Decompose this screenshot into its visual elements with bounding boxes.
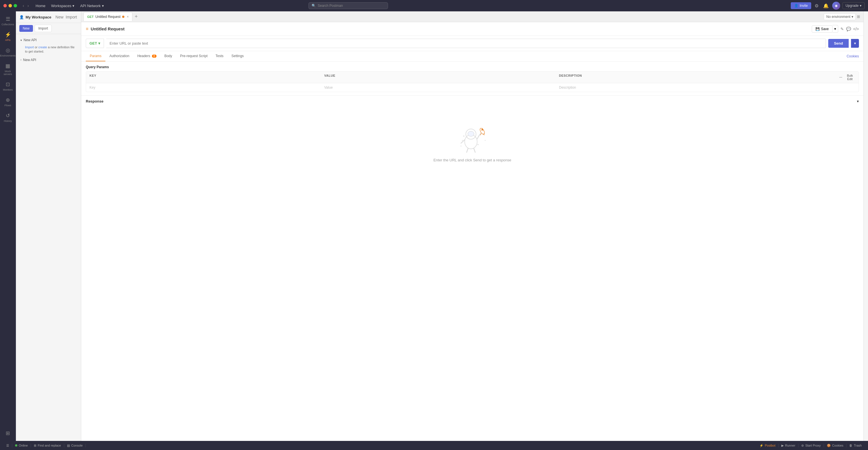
search-bar[interactable]: 🔍 Search Postman [308,2,388,9]
method-label: GET [90,41,97,46]
code-button[interactable]: </> [853,27,859,31]
svg-line-5 [474,148,475,152]
status-item-runner[interactable]: ▶ Runner [778,444,798,447]
tab-headers[interactable]: Headers 8 [133,51,160,61]
tab-pre-request-label: Pre-request Script [180,54,208,58]
notifications-button[interactable]: 🔔 [822,2,830,10]
request-tabs: Params Authorization Headers 8 Body Pre-… [81,51,864,62]
sidebar-header-actions: New Import [55,14,78,20]
status-bar: ☰ Online ⊞ Find and replace ▤ Console ⚡ … [0,441,868,450]
tab-tests[interactable]: Tests [212,51,227,61]
status-item-find-replace[interactable]: ⊞ Find and replace [31,444,64,447]
sidebar-item-monitors[interactable]: ⊡ Monitors [1,79,15,93]
params-key-cell[interactable]: Key [86,83,321,92]
comment-button[interactable]: 💬 [846,27,851,31]
response-content: Enter the URL and click Send to get a re… [86,103,859,179]
params-desc-cell[interactable]: Description [556,83,836,92]
tab-pre-request-script[interactable]: Pre-request Script [176,51,212,61]
traffic-light-yellow[interactable] [8,4,12,7]
status-item-online[interactable]: Online [12,444,31,447]
svg-point-10 [463,136,464,137]
nav-back-button[interactable]: ‹ [22,3,25,8]
sidebar-item-history[interactable]: ↺ History [1,110,15,125]
import-button[interactable]: Import [65,14,78,20]
request-name: Untitled Request [91,26,124,31]
tab-settings[interactable]: Settings [227,51,248,61]
status-item-layout[interactable]: ☰ [3,444,12,447]
send-dropdown-button[interactable]: ▾ [851,39,859,48]
sidebar-item-add-widget[interactable]: ⊞ [1,428,15,439]
settings-button[interactable]: ⚙ [813,2,820,10]
tab-unsaved-dot [122,16,124,18]
sidebar-item-apis[interactable]: ⚡ APIs [1,29,15,44]
send-button[interactable]: Send [828,39,849,48]
tab-settings-label: Settings [231,54,244,58]
status-item-postbot[interactable]: ⚡ Postbot [757,444,778,447]
status-item-start-proxy[interactable]: ⊚ Start Proxy [798,444,824,447]
tree-item-new-api[interactable]: ▾ New API [17,37,80,43]
svg-point-11 [462,140,463,141]
api-network-link[interactable]: API Network ▾ [78,3,106,9]
runner-icon: ▶ [781,444,784,447]
create-link[interactable]: create [38,46,47,49]
status-item-console[interactable]: ▤ Console [64,444,86,447]
traffic-light-green[interactable] [13,4,17,7]
traffic-light-red[interactable] [3,4,7,7]
bulk-edit-button[interactable]: Bulk Edit [845,74,855,81]
workspaces-link[interactable]: Workspaces ▾ [49,3,77,9]
monitors-label: Monitors [3,88,13,91]
avatar-icon: ◉ [835,4,838,8]
tab-body-label: Body [164,54,172,58]
svg-point-14 [485,140,486,141]
upgrade-button[interactable]: Upgrade ▾ [842,2,865,9]
sidebar-item-mock-servers[interactable]: ▦ Mock servers [1,61,15,78]
params-section: Query Params Key Value Description [81,62,864,95]
avatar[interactable]: ◉ [832,2,840,10]
status-item-cookies[interactable]: 🍪 Cookies [824,444,847,447]
new-api-button[interactable]: New [19,25,33,32]
mock-servers-icon: ▦ [5,63,10,69]
tab-params[interactable]: Params [86,51,105,61]
home-link[interactable]: Home [33,3,48,9]
save-label: Save [821,27,829,31]
home-label: Home [35,4,45,8]
tree-item-new-api-child[interactable]: › New API [17,57,80,63]
import-api-button[interactable]: Import [35,25,52,32]
save-button[interactable]: 💾 Save [812,25,832,33]
tab-close-button[interactable]: × [127,15,129,19]
flows-label: Flows [4,104,11,107]
content-area: GET Untitled Request × + No environment … [81,11,864,441]
nav-forward-button[interactable]: › [26,3,30,8]
layout-button[interactable]: ⊞ [856,13,861,20]
astronaut-svg [455,120,489,154]
apis-label: APIs [5,39,10,41]
active-tab[interactable]: GET Untitled Request × [84,12,132,21]
invite-icon: 👤 [794,4,798,8]
cookies-link[interactable]: Cookies [847,54,859,58]
edit-button[interactable]: ✎ [840,27,844,31]
start-proxy-label: Start Proxy [805,444,820,447]
save-icon: 💾 [815,27,820,31]
url-input[interactable] [106,39,826,48]
status-item-trash[interactable]: 🗑 Trash [846,444,865,447]
environment-chevron-icon: ▾ [851,15,853,19]
method-selector[interactable]: GET ▾ [86,39,104,48]
sidebar-item-collections[interactable]: ☰ Collections [1,13,15,28]
params-row-empty: Key Value Description [86,83,859,92]
sidebar-item-flows[interactable]: ⊕ Flows [1,95,15,109]
save-dropdown-button[interactable]: ▾ [833,25,838,33]
environment-selector[interactable]: No environment ▾ [824,13,856,20]
find-replace-label: Find and replace [38,444,61,447]
workspace-name-text: My Workspace [26,15,52,19]
response-header[interactable]: Response ▾ [86,99,859,103]
params-value-placeholder: Value [324,86,333,89]
new-button[interactable]: New [55,14,64,20]
invite-button[interactable]: 👤 Invite [791,2,811,9]
new-tab-button[interactable]: + [132,13,140,20]
params-value-cell[interactable]: Value [321,83,556,92]
tab-body[interactable]: Body [160,51,176,61]
import-link[interactable]: Import [25,46,34,49]
workspaces-label: Workspaces [51,4,71,8]
sidebar-item-environments[interactable]: ◎ Environments [1,45,15,59]
tab-authorization[interactable]: Authorization [105,51,133,61]
